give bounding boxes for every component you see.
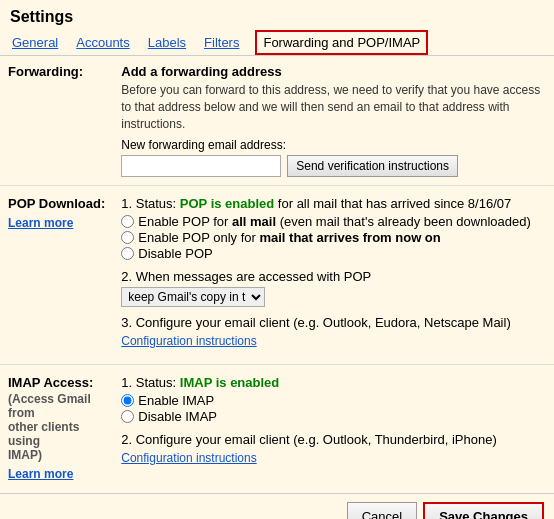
pop-step2: 2. When messages are accessed with POP k…	[121, 269, 546, 307]
pop-status: 1. Status: POP is enabled for all mail t…	[121, 196, 546, 261]
imap-section-label: IMAP Access: (Access Gmail from other cl…	[0, 365, 113, 490]
imap-status-value: IMAP is enabled	[180, 375, 279, 390]
pop-status-value: POP is enabled	[180, 196, 274, 211]
tab-forwarding-pop-imap[interactable]: Forwarding and POP/IMAP	[255, 30, 428, 55]
pop-learn-more[interactable]: Learn more	[8, 216, 73, 230]
imap-enable-label: Enable IMAP	[138, 393, 214, 408]
pop-option-new: Enable POP only for mail that arrives fr…	[121, 230, 546, 245]
pop-step3-label: 3. Configure your email client (e.g. Out…	[121, 315, 546, 330]
pop-status-line: 1. Status: POP is enabled for all mail t…	[121, 196, 546, 211]
pop-option-disable-label: Disable POP	[138, 246, 212, 261]
forwarding-email-input[interactable]	[121, 155, 281, 177]
tab-general[interactable]: General	[10, 31, 60, 54]
imap-radio-disable[interactable]	[121, 410, 134, 423]
forwarding-content: Add a forwarding address Before you can …	[113, 56, 554, 186]
tabs-bar: General Accounts Labels Filters Forwardi…	[0, 30, 554, 56]
settings-content: Forwarding: Add a forwarding address Bef…	[0, 56, 554, 489]
pop-option-all: Enable POP for all mail (even mail that'…	[121, 214, 546, 229]
imap-label-text: IMAP Access:	[8, 375, 105, 390]
imap-config-link[interactable]: Configuration instructions	[121, 451, 256, 465]
pop-radio-all[interactable]	[121, 215, 134, 228]
pop-section-label: POP Download: Learn more	[0, 186, 113, 365]
pop-radio-disable[interactable]	[121, 247, 134, 260]
forwarding-label: Forwarding:	[0, 56, 113, 186]
pop-step2-label: 2. When messages are accessed with POP	[121, 269, 546, 284]
pop-status-prefix: 1. Status:	[121, 196, 180, 211]
pop-step3: 3. Configure your email client (e.g. Out…	[121, 315, 546, 348]
imap-step2-label: 2. Configure your email client (e.g. Out…	[121, 432, 546, 447]
imap-status-line: 1. Status: IMAP is enabled	[121, 375, 546, 390]
imap-status-prefix: 1. Status:	[121, 375, 180, 390]
pop-status-suffix: for all mail that has arrived since 8/16…	[274, 196, 511, 211]
send-verification-button[interactable]: Send verification instructions	[287, 155, 458, 177]
imap-option-disable: Disable IMAP	[121, 409, 546, 424]
imap-content: 1. Status: IMAP is enabled Enable IMAP D…	[113, 365, 554, 490]
tab-accounts[interactable]: Accounts	[74, 31, 131, 54]
pop-content: 1. Status: POP is enabled for all mail t…	[113, 186, 554, 365]
forwarding-row: Forwarding: Add a forwarding address Bef…	[0, 56, 554, 186]
forwarding-title: Add a forwarding address	[121, 64, 546, 79]
forwarding-input-row: Send verification instructions	[121, 155, 546, 177]
pop-radio-new[interactable]	[121, 231, 134, 244]
imap-row: IMAP Access: (Access Gmail from other cl…	[0, 365, 554, 490]
pop-label-text: POP Download:	[8, 196, 105, 211]
tab-labels[interactable]: Labels	[146, 31, 188, 54]
imap-radio-enable[interactable]	[121, 394, 134, 407]
imap-option-enable: Enable IMAP	[121, 393, 546, 408]
tab-filters[interactable]: Filters	[202, 31, 241, 54]
footer: Cancel Save Changes	[0, 493, 554, 519]
imap-learn-more[interactable]: Learn more	[8, 467, 73, 481]
pop-step2-select[interactable]: keep Gmail's copy in t	[121, 287, 265, 307]
forwarding-input-label: New forwarding email address:	[121, 138, 546, 152]
forwarding-desc: Before you can forward to this address, …	[121, 82, 546, 132]
imap-status: 1. Status: IMAP is enabled Enable IMAP D…	[121, 375, 546, 424]
save-changes-button[interactable]: Save Changes	[423, 502, 544, 519]
pop-option-new-label: Enable POP only for mail that arrives fr…	[138, 230, 441, 245]
imap-disable-label: Disable IMAP	[138, 409, 217, 424]
pop-option-disable: Disable POP	[121, 246, 546, 261]
pop-option-all-label: Enable POP for all mail (even mail that'…	[138, 214, 531, 229]
cancel-button[interactable]: Cancel	[347, 502, 417, 519]
pop-row: POP Download: Learn more 1. Status: POP …	[0, 186, 554, 365]
page-title: Settings	[0, 0, 554, 30]
imap-step2: 2. Configure your email client (e.g. Out…	[121, 432, 546, 465]
pop-config-link[interactable]: Configuration instructions	[121, 334, 256, 348]
imap-sub-label: (Access Gmail from other clients using I…	[8, 392, 105, 462]
